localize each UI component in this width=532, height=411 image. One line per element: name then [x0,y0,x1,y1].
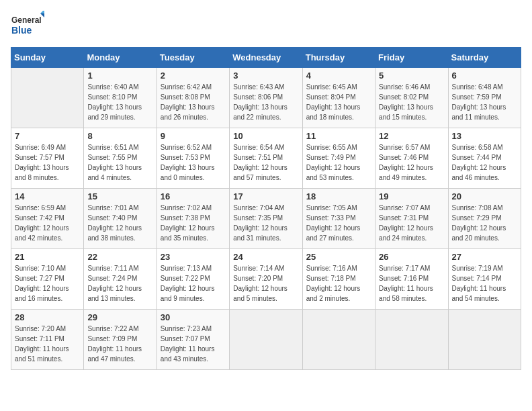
calendar-cell: 21Sunrise: 7:10 AM Sunset: 7:27 PM Dayli… [11,249,84,310]
logo: General Blue [11,11,46,39]
day-number: 7 [15,131,80,141]
calendar-cell: 14Sunrise: 6:59 AM Sunset: 7:42 PM Dayli… [11,189,84,249]
day-number: 13 [452,131,517,141]
day-info: Sunrise: 7:11 AM Sunset: 7:24 PM Dayligh… [87,263,152,304]
day-info: Sunrise: 6:49 AM Sunset: 7:57 PM Dayligh… [15,142,80,183]
header-sunday: Sunday [11,48,84,68]
calendar-cell [302,310,375,370]
day-number: 11 [306,131,371,141]
calendar-cell: 4Sunrise: 6:45 AM Sunset: 8:04 PM Daylig… [302,68,375,128]
day-info: Sunrise: 7:23 AM Sunset: 7:07 PM Dayligh… [161,324,226,364]
day-number: 27 [452,252,517,262]
calendar-week-row: 21Sunrise: 7:10 AM Sunset: 7:27 PM Dayli… [11,249,521,310]
day-info: Sunrise: 6:43 AM Sunset: 8:06 PM Dayligh… [233,82,298,122]
calendar-cell: 1Sunrise: 6:40 AM Sunset: 8:10 PM Daylig… [84,68,157,128]
calendar-cell [448,310,521,370]
calendar-cell: 12Sunrise: 6:57 AM Sunset: 7:46 PM Dayli… [375,128,448,189]
day-number: 29 [87,312,152,322]
calendar-cell: 30Sunrise: 7:23 AM Sunset: 7:07 PM Dayli… [157,310,229,370]
calendar-cell: 2Sunrise: 6:42 AM Sunset: 8:08 PM Daylig… [157,68,229,128]
calendar-header-row: SundayMondayTuesdayWednesdayThursdayFrid… [11,48,521,68]
header-friday: Friday [375,48,448,68]
calendar-week-row: 1Sunrise: 6:40 AM Sunset: 8:10 PM Daylig… [11,68,521,128]
calendar-cell: 20Sunrise: 7:08 AM Sunset: 7:29 PM Dayli… [448,189,521,249]
day-info: Sunrise: 7:22 AM Sunset: 7:09 PM Dayligh… [87,324,152,364]
calendar-cell: 28Sunrise: 7:20 AM Sunset: 7:11 PM Dayli… [11,310,84,370]
day-number: 3 [233,71,298,81]
day-info: Sunrise: 7:14 AM Sunset: 7:20 PM Dayligh… [233,263,298,304]
calendar-cell: 27Sunrise: 7:19 AM Sunset: 7:14 PM Dayli… [448,249,521,310]
day-info: Sunrise: 7:17 AM Sunset: 7:16 PM Dayligh… [379,263,444,304]
day-number: 10 [233,131,298,141]
day-info: Sunrise: 6:48 AM Sunset: 7:59 PM Dayligh… [452,82,517,122]
day-info: Sunrise: 6:55 AM Sunset: 7:49 PM Dayligh… [306,142,371,183]
day-number: 23 [161,252,226,262]
day-number: 12 [379,131,444,141]
day-info: Sunrise: 7:10 AM Sunset: 7:27 PM Dayligh… [15,263,80,304]
calendar-table: SundayMondayTuesdayWednesdayThursdayFrid… [11,47,521,370]
day-info: Sunrise: 6:45 AM Sunset: 8:04 PM Dayligh… [306,82,371,122]
calendar-cell: 5Sunrise: 6:46 AM Sunset: 8:02 PM Daylig… [375,68,448,128]
day-info: Sunrise: 6:59 AM Sunset: 7:42 PM Dayligh… [15,203,80,243]
day-info: Sunrise: 7:13 AM Sunset: 7:22 PM Dayligh… [161,263,226,304]
header-tuesday: Tuesday [157,48,229,68]
calendar-cell: 18Sunrise: 7:05 AM Sunset: 7:33 PM Dayli… [302,189,375,249]
day-number: 28 [15,312,80,322]
calendar-cell [230,310,302,370]
calendar-cell: 13Sunrise: 6:58 AM Sunset: 7:44 PM Dayli… [448,128,521,189]
day-info: Sunrise: 7:07 AM Sunset: 7:31 PM Dayligh… [379,203,444,243]
calendar-cell: 26Sunrise: 7:17 AM Sunset: 7:16 PM Dayli… [375,249,448,310]
day-number: 4 [306,71,371,81]
calendar-cell: 24Sunrise: 7:14 AM Sunset: 7:20 PM Dayli… [230,249,302,310]
day-number: 15 [87,191,152,201]
calendar-week-row: 28Sunrise: 7:20 AM Sunset: 7:11 PM Dayli… [11,310,521,370]
calendar-cell: 16Sunrise: 7:02 AM Sunset: 7:38 PM Dayli… [157,189,229,249]
day-info: Sunrise: 6:40 AM Sunset: 8:10 PM Dayligh… [87,82,152,122]
header-thursday: Thursday [302,48,375,68]
day-info: Sunrise: 6:51 AM Sunset: 7:55 PM Dayligh… [87,142,152,183]
day-number: 20 [452,191,517,201]
day-info: Sunrise: 7:08 AM Sunset: 7:29 PM Dayligh… [452,203,517,243]
day-info: Sunrise: 7:16 AM Sunset: 7:18 PM Dayligh… [306,263,371,304]
day-info: Sunrise: 7:02 AM Sunset: 7:38 PM Dayligh… [161,203,226,243]
day-number: 6 [452,71,517,81]
calendar-cell: 29Sunrise: 7:22 AM Sunset: 7:09 PM Dayli… [84,310,157,370]
header-wednesday: Wednesday [230,48,302,68]
calendar-cell: 6Sunrise: 6:48 AM Sunset: 7:59 PM Daylig… [448,68,521,128]
day-info: Sunrise: 7:01 AM Sunset: 7:40 PM Dayligh… [87,203,152,243]
day-number: 8 [87,131,152,141]
page-header: General Blue [11,11,521,39]
svg-text:General: General [11,15,42,25]
day-info: Sunrise: 6:42 AM Sunset: 8:08 PM Dayligh… [161,82,226,122]
calendar-cell: 8Sunrise: 6:51 AM Sunset: 7:55 PM Daylig… [84,128,157,189]
day-info: Sunrise: 6:57 AM Sunset: 7:46 PM Dayligh… [379,142,444,183]
day-number: 25 [306,252,371,262]
logo-svg: General Blue [11,11,44,39]
calendar-cell: 23Sunrise: 7:13 AM Sunset: 7:22 PM Dayli… [157,249,229,310]
day-info: Sunrise: 6:46 AM Sunset: 8:02 PM Dayligh… [379,82,444,122]
day-info: Sunrise: 7:19 AM Sunset: 7:14 PM Dayligh… [452,263,517,304]
calendar-cell: 17Sunrise: 7:04 AM Sunset: 7:35 PM Dayli… [230,189,302,249]
calendar-cell: 11Sunrise: 6:55 AM Sunset: 7:49 PM Dayli… [302,128,375,189]
day-info: Sunrise: 7:05 AM Sunset: 7:33 PM Dayligh… [306,203,371,243]
day-number: 24 [233,252,298,262]
calendar-cell: 19Sunrise: 7:07 AM Sunset: 7:31 PM Dayli… [375,189,448,249]
svg-text:Blue: Blue [11,25,32,36]
day-info: Sunrise: 6:52 AM Sunset: 7:53 PM Dayligh… [161,142,226,183]
header-monday: Monday [84,48,157,68]
calendar-cell [11,68,84,128]
calendar-cell: 3Sunrise: 6:43 AM Sunset: 8:06 PM Daylig… [230,68,302,128]
day-number: 9 [161,131,226,141]
day-number: 1 [87,71,152,81]
calendar-week-row: 7Sunrise: 6:49 AM Sunset: 7:57 PM Daylig… [11,128,521,189]
calendar-cell: 10Sunrise: 6:54 AM Sunset: 7:51 PM Dayli… [230,128,302,189]
header-saturday: Saturday [448,48,521,68]
day-number: 19 [379,191,444,201]
calendar-cell: 7Sunrise: 6:49 AM Sunset: 7:57 PM Daylig… [11,128,84,189]
day-number: 17 [233,191,298,201]
day-number: 30 [161,312,226,322]
calendar-cell: 25Sunrise: 7:16 AM Sunset: 7:18 PM Dayli… [302,249,375,310]
day-info: Sunrise: 7:20 AM Sunset: 7:11 PM Dayligh… [15,324,80,364]
day-info: Sunrise: 6:58 AM Sunset: 7:44 PM Dayligh… [452,142,517,183]
day-number: 21 [15,252,80,262]
